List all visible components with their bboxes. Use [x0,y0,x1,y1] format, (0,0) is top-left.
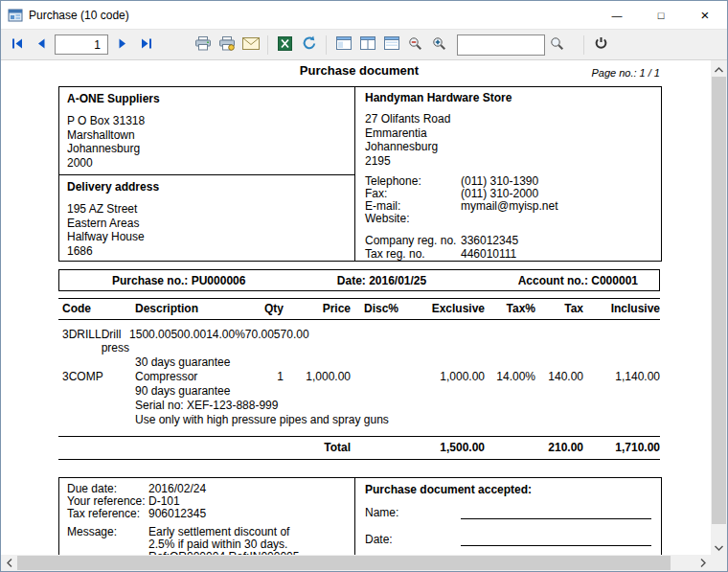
detail-label [67,538,148,551]
item-inclusive: 1,140.00 [583,370,660,384]
vertical-scrollbar-thumb[interactable] [712,77,726,524]
zoom-out-icon [408,36,422,54]
window-controls: — □ × [595,1,727,29]
company-address: 27 Olifants Road Emmarentia Johannesburg… [365,112,651,168]
exit-button[interactable] [589,33,613,57]
app-window: Purchase (10 code) — □ × [0,0,728,572]
horizontal-scrollbar-thumb[interactable] [17,556,671,570]
scroll-down-button[interactable] [711,538,727,555]
item-note: 90 days guarantee [135,384,660,399]
company-name: Handyman Hardware Store [365,91,651,104]
horizontal-scrollbar[interactable] [1,555,711,571]
signature-field-label: Name: [365,507,461,519]
zoom-in-button[interactable] [427,33,451,57]
supplier-address-box: A-ONE Suppliers P O Box 31318 Marshallto… [58,86,355,175]
last-page-button[interactable] [134,33,158,57]
refresh-button[interactable] [297,33,321,57]
refresh-icon [302,35,317,54]
email-report-button[interactable] [239,33,262,57]
item-note: Serial no: XEF-123-888-999 [135,399,660,413]
col-header-price: Price [284,299,351,320]
address-line: Emmarentia [365,126,651,141]
print-button[interactable] [191,33,215,57]
prev-page-button[interactable] [29,33,53,57]
col-header-inclusive: Inclusive [583,299,660,320]
item-code: 3DRILL [58,320,102,355]
item-qty: 1 [129,320,136,355]
item-row: 3DRILL Drill press 1 500.00 500.00 14.00… [58,320,135,355]
item-price: 1,000.00 [284,370,351,384]
vertical-scrollbar[interactable] [711,60,727,555]
item-note: 30 days guarantee [135,355,660,370]
layout-single-icon [336,36,352,53]
col-header-description: Description [135,299,245,320]
col-header-disc: Disc% [351,299,398,320]
address-line: 27 Olifants Road [365,112,651,126]
export-excel-button[interactable] [273,33,297,57]
signature-field: Date: [365,533,651,546]
item-description: Compressor [135,370,245,384]
minimize-button[interactable]: — [595,1,639,29]
report-title: Purchase document [300,63,419,78]
next-page-icon [117,37,128,53]
col-header-taxpct: Tax% [485,299,535,320]
item-tax: 70.00 [245,320,274,355]
close-button[interactable]: × [683,1,727,29]
col-header-exclusive: Exclusive [398,299,485,320]
purchase-number: Purchase no.: PU000006 [112,274,245,287]
contact-row: Website: [365,213,651,225]
detail-row: Tax reference: 906012345 [67,508,347,520]
zoom-out-button[interactable] [403,33,427,57]
page-number-input[interactable] [55,34,108,55]
next-page-button[interactable] [110,33,134,57]
address-line: 2195 [365,154,651,169]
layout-continuous-button[interactable] [355,33,379,57]
address-line: Halfway House [67,230,347,244]
address-line: Marshalltown [67,128,347,143]
toolbar-separator [267,35,268,55]
company-info-box: Handyman Hardware Store 27 Olifants Road… [354,86,662,262]
scroll-right-button[interactable] [694,555,711,571]
print-setup-button[interactable] [215,33,239,57]
search-button[interactable] [545,33,569,57]
registration-row: Company reg. no. 336012345 [365,234,651,247]
detail-label: Message: [67,526,148,538]
report-viewport[interactable]: Purchase document Page no.: 1 / 1 A-ONE … [1,60,711,555]
footer-section: Due date: 2016/02/24 Your reference: D-1… [58,477,660,555]
first-page-button[interactable] [5,33,29,57]
signature-line [461,533,651,546]
registration-label: Tax reg. no. [365,247,461,261]
report-header: Purchase document Page no.: 1 / 1 [58,64,660,81]
search-icon [550,36,564,54]
report-preview-area: Purchase document Page no.: 1 / 1 A-ONE … [1,60,727,571]
maximize-button[interactable]: □ [639,1,683,29]
title-bar: Purchase (10 code) — □ × [1,1,727,29]
item-note-row: Serial no: XEF-123-888-999 [58,399,660,413]
acceptance-heading: Purchase document accepted: [365,483,651,496]
toolbar [1,29,727,60]
total-row: Total 1,500.00 210.00 1,710.00 [58,437,660,460]
scroll-left-button[interactable] [1,555,17,571]
registration-row: Tax reg. no. 446010111 [365,247,651,261]
search-input[interactable] [457,34,545,56]
scroll-up-button[interactable] [711,60,727,77]
layout-single-page-button[interactable] [331,33,355,57]
first-page-icon [11,37,24,53]
item-note: Use only with high pressure pipes and sp… [135,413,660,427]
signature-line [461,506,651,519]
printer-setup-icon [218,36,236,54]
item-description: Drill press [102,320,129,355]
addresses-section: A-ONE Suppliers P O Box 31318 Marshallto… [58,86,660,262]
supplier-name: A-ONE Suppliers [67,92,347,105]
zoom-in-icon [432,36,446,54]
item-price: 500.00 [136,320,171,355]
delivery-address-box: Delivery address 195 AZ Street Eastern A… [58,174,355,262]
item-code: 3COMP [58,370,135,384]
item-exclusive: 1,000.00 [398,370,485,384]
layout-continuous-icon [360,36,375,53]
total-label: Total [58,437,351,460]
address-line: Johannesburg [365,140,651,154]
company-contacts: Telephone: (011) 310-1390 Fax: (011) 310… [365,175,651,225]
layout-facing-button[interactable] [379,33,403,57]
chevron-down-icon [715,539,723,554]
